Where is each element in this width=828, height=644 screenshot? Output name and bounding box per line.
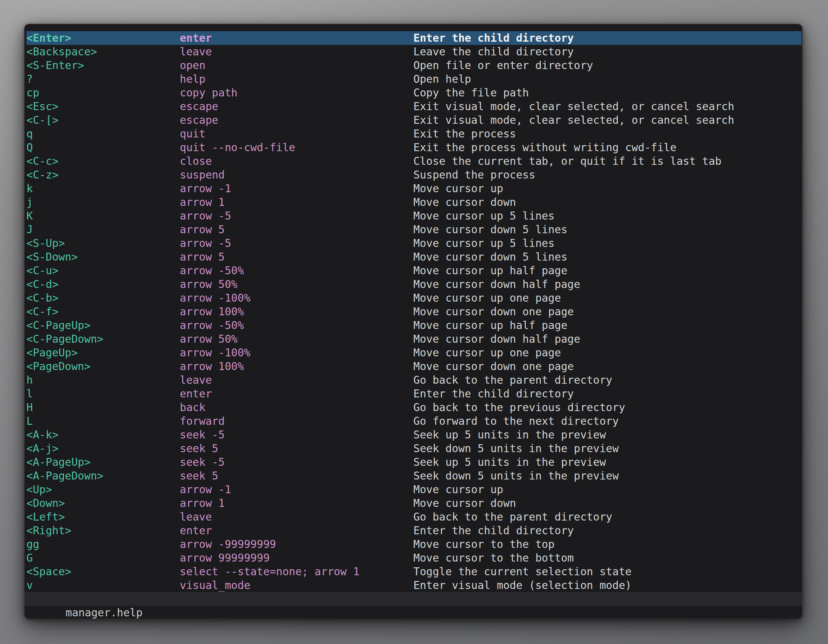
keybinding-row[interactable]: <C-PageDown>arrow 50%Move cursor down ha… (27, 332, 801, 346)
command-cell: arrow -50% (180, 318, 413, 332)
command-cell: arrow -5 (180, 237, 413, 250)
key-cell: <Backspace> (27, 45, 180, 58)
key-cell: h (27, 373, 180, 387)
command-cell: arrow -1 (180, 483, 413, 497)
keybinding-row[interactable]: <PageUp>arrow -100%Move cursor up one pa… (27, 346, 801, 360)
key-cell: <S-Enter> (27, 58, 180, 72)
keybinding-row[interactable]: <Backspace>leaveLeave the child director… (27, 45, 801, 58)
keybinding-row[interactable]: <Space>select --state=none; arrow 1Toggl… (27, 565, 801, 578)
description-cell: Go back to the parent directory (413, 510, 801, 524)
key-cell: gg (27, 537, 180, 551)
description-cell: Toggle the current selection state (413, 565, 801, 578)
command-cell: enter (180, 387, 413, 401)
description-cell: Move cursor up (413, 182, 801, 195)
keybinding-row[interactable]: ggarrow -99999999Move cursor to the top (27, 537, 801, 551)
key-cell: l (27, 387, 180, 401)
keybinding-row[interactable]: <S-Down>arrow 5Move cursor down 5 lines (27, 250, 801, 264)
description-cell: Go back to the previous directory (413, 401, 801, 414)
keybinding-row[interactable]: vvisual_modeEnter visual mode (selection… (27, 578, 801, 592)
keybinding-row[interactable]: qquitExit the process (27, 127, 801, 141)
keybinding-row[interactable]: hleaveGo back to the parent directory (27, 373, 801, 387)
keybinding-row[interactable]: <C-b>arrow -100%Move cursor up one page (27, 291, 801, 305)
keybinding-row[interactable]: <Left>leaveGo back to the parent directo… (27, 510, 801, 524)
keybinding-row[interactable]: Jarrow 5Move cursor down 5 lines (27, 223, 801, 237)
key-cell: <C-f> (27, 305, 180, 318)
keybinding-row[interactable]: <C-PageUp>arrow -50%Move cursor up half … (27, 318, 801, 332)
keybinding-row[interactable]: Qquit --no-cwd-fileExit the process with… (27, 141, 801, 154)
keybinding-row[interactable]: Garrow 99999999Move cursor to the bottom (27, 551, 801, 565)
keybinding-row[interactable]: <A-j>seek 5Seek down 5 units in the prev… (27, 442, 801, 455)
keybinding-row[interactable]: lenterEnter the child directory (27, 387, 801, 401)
description-cell: Move cursor up 5 lines (413, 237, 801, 250)
description-cell: Open file or enter directory (413, 58, 801, 72)
keybinding-row[interactable]: HbackGo back to the previous directory (27, 401, 801, 414)
command-cell: enter (180, 31, 413, 45)
keybinding-row-selected[interactable]: <Enter>enterEnter the child directory (27, 31, 801, 45)
description-cell: Move cursor down half page (413, 332, 801, 346)
key-cell: v (27, 578, 180, 592)
keybinding-row[interactable]: <S-Up>arrow -5Move cursor up 5 lines (27, 237, 801, 250)
command-cell: leave (180, 373, 413, 387)
command-cell: arrow 50% (180, 332, 413, 346)
description-cell: Move cursor down (413, 497, 801, 510)
command-cell: leave (180, 45, 413, 58)
command-cell: arrow -50% (180, 264, 413, 277)
keybinding-row[interactable]: Karrow -5Move cursor up 5 lines (27, 209, 801, 223)
key-cell: <Up> (27, 483, 180, 497)
keybinding-row[interactable]: <A-PageDown>seek 5Seek down 5 units in t… (27, 469, 801, 483)
keybinding-row[interactable]: ?helpOpen help (27, 72, 801, 86)
key-cell: Q (27, 141, 180, 154)
command-cell: arrow -100% (180, 346, 413, 360)
key-cell: G (27, 551, 180, 565)
description-cell: Go back to the parent directory (413, 373, 801, 387)
keybinding-row[interactable]: LforwardGo forward to the next directory (27, 414, 801, 428)
keybinding-row[interactable]: <Right>enterEnter the child directory (27, 524, 801, 537)
key-cell: <Down> (27, 497, 180, 510)
keybinding-row[interactable]: <C-[>escapeExit visual mode, clear selec… (27, 113, 801, 127)
description-cell: Seek down 5 units in the preview (413, 469, 801, 483)
description-cell: Exit visual mode, clear selected, or can… (413, 100, 801, 113)
key-cell: <A-j> (27, 442, 180, 455)
key-cell: q (27, 127, 180, 141)
key-cell: <A-PageUp> (27, 455, 180, 469)
command-cell: copy path (180, 86, 413, 100)
keybinding-row[interactable]: <C-d>arrow 50%Move cursor down half page (27, 277, 801, 291)
description-cell: Enter the child directory (413, 524, 801, 537)
command-cell: forward (180, 414, 413, 428)
key-cell: L (27, 414, 180, 428)
keybinding-row[interactable]: <Up>arrow -1Move cursor up (27, 483, 801, 497)
keybinding-row[interactable]: karrow -1Move cursor up (27, 182, 801, 195)
description-cell: Move cursor down 5 lines (413, 250, 801, 264)
key-cell: <S-Up> (27, 237, 180, 250)
description-cell: Close the current tab, or quit if it is … (413, 154, 801, 168)
keybinding-row[interactable]: <PageDown>arrow 100%Move cursor down one… (27, 360, 801, 373)
key-cell: <C-c> (27, 154, 180, 168)
key-cell: K (27, 209, 180, 223)
command-cell: arrow 99999999 (180, 551, 413, 565)
command-cell: suspend (180, 168, 413, 182)
keybinding-row[interactable]: <C-u>arrow -50%Move cursor up half page (27, 264, 801, 277)
description-cell: Move cursor down (413, 195, 801, 209)
keybinding-row[interactable]: <Down>arrow 1Move cursor down (27, 497, 801, 510)
description-cell: Move cursor to the top (413, 537, 801, 551)
keybinding-row[interactable]: <A-k>seek -5Seek up 5 units in the previ… (27, 428, 801, 442)
command-cell: quit --no-cwd-file (180, 141, 413, 154)
keybinding-row[interactable]: <S-Enter>openOpen file or enter director… (27, 58, 801, 72)
command-cell: arrow 50% (180, 277, 413, 291)
key-cell: <C-b> (27, 291, 180, 305)
command-cell: visual_mode (180, 578, 413, 592)
command-cell: arrow -99999999 (180, 537, 413, 551)
keybinding-row[interactable]: <C-c>closeClose the current tab, or quit… (27, 154, 801, 168)
keybinding-row[interactable]: <C-f>arrow 100%Move cursor down one page (27, 305, 801, 318)
description-cell: Move cursor up half page (413, 264, 801, 277)
keybinding-row[interactable]: <A-PageUp>seek -5Seek up 5 units in the … (27, 455, 801, 469)
description-cell: Move cursor up (413, 483, 801, 497)
command-cell: close (180, 154, 413, 168)
keybinding-row[interactable]: jarrow 1Move cursor down (27, 195, 801, 209)
keybinding-row[interactable]: <C-z>suspendSuspend the process (27, 168, 801, 182)
key-cell: <A-PageDown> (27, 469, 180, 483)
command-cell: select --state=none; arrow 1 (180, 565, 413, 578)
keybinding-row[interactable]: <Esc>escapeExit visual mode, clear selec… (27, 100, 801, 113)
keybinding-row[interactable]: cpcopy pathCopy the file path (27, 86, 801, 100)
description-cell: Move cursor down one page (413, 305, 801, 318)
